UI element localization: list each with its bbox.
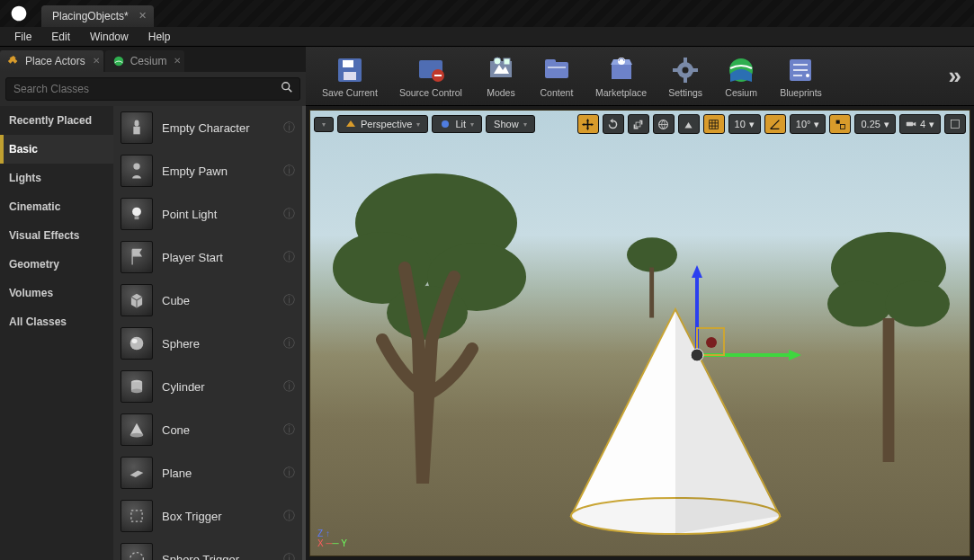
- svg-rect-50: [883, 318, 895, 462]
- info-icon[interactable]: ⓘ: [283, 422, 295, 438]
- translate-mode-button[interactable]: [577, 114, 599, 134]
- actor-sphere[interactable]: Sphereⓘ: [113, 322, 302, 365]
- toolbar-market-button[interactable]: Marketplace: [586, 51, 656, 102]
- info-icon[interactable]: ⓘ: [283, 120, 295, 136]
- toolbar-source-button[interactable]: Source Control: [390, 51, 471, 102]
- titlebar: PlacingObjects* ✕: [0, 0, 974, 27]
- info-icon[interactable]: ⓘ: [283, 378, 295, 395]
- info-icon[interactable]: ⓘ: [283, 465, 295, 481]
- toolbar-modes-button[interactable]: Modes: [475, 51, 527, 102]
- unreal-logo-icon: [5, 0, 32, 27]
- info-icon[interactable]: ⓘ: [283, 292, 295, 308]
- info-icon[interactable]: ⓘ: [283, 163, 295, 179]
- category-volumes[interactable]: Volumes: [0, 279, 113, 307]
- svg-rect-37: [693, 68, 698, 72]
- category-recently-placed[interactable]: Recently Placed: [0, 106, 113, 135]
- angle-snap-toggle[interactable]: [764, 114, 786, 134]
- actor-cone[interactable]: Coneⓘ: [113, 408, 302, 451]
- svg-point-9: [132, 339, 138, 343]
- grid-snap-toggle[interactable]: [703, 114, 725, 134]
- menu-window[interactable]: Window: [81, 28, 138, 46]
- flag-icon: [121, 241, 153, 273]
- close-icon[interactable]: ✕: [93, 56, 100, 66]
- toolbar-label: Blueprints: [780, 87, 822, 98]
- close-icon[interactable]: ✕: [139, 10, 147, 22]
- actor-cube[interactable]: Cubeⓘ: [113, 279, 302, 322]
- menu-help[interactable]: Help: [139, 28, 180, 46]
- info-icon[interactable]: ⓘ: [283, 206, 295, 222]
- chip-label: Show: [494, 119, 519, 129]
- tab-cesium[interactable]: Cesium ✕: [105, 50, 185, 72]
- scale-snap-toggle[interactable]: [829, 114, 851, 134]
- svg-rect-67: [907, 122, 914, 127]
- search-icon[interactable]: [281, 81, 293, 96]
- character-icon: [121, 111, 153, 144]
- actor-label: Player Start: [162, 251, 274, 264]
- category-basic[interactable]: Basic: [0, 135, 113, 164]
- surface-snap-button[interactable]: [678, 114, 700, 134]
- camera-speed[interactable]: 4▾: [899, 114, 941, 134]
- actor-plane[interactable]: Planeⓘ: [113, 451, 302, 494]
- svg-rect-16: [131, 511, 142, 521]
- svg-point-48: [827, 280, 892, 326]
- svg-marker-57: [789, 350, 801, 360]
- category-cinematic[interactable]: Cinematic: [0, 192, 113, 221]
- lit-dropdown[interactable]: Lit▾: [432, 115, 482, 133]
- svg-rect-20: [344, 72, 356, 80]
- tab-label: Place Actors: [25, 55, 85, 67]
- toolbar-blueprints-button[interactable]: Blueprints: [771, 51, 831, 102]
- search-input[interactable]: [5, 77, 300, 101]
- actor-player-start[interactable]: Player Startⓘ: [113, 236, 302, 279]
- actor-label: Cube: [162, 294, 274, 307]
- perspective-dropdown[interactable]: Perspective▾: [337, 115, 428, 133]
- spheretrigger-icon: [121, 543, 153, 560]
- actor-box-trigger[interactable]: Box Triggerⓘ: [113, 494, 302, 538]
- show-dropdown[interactable]: Show▾: [486, 115, 535, 133]
- info-icon[interactable]: ⓘ: [283, 551, 295, 560]
- svg-point-60: [706, 337, 717, 348]
- place-actors-panel: Place Actors ✕ Cesium ✕ Recently PlacedB…: [0, 47, 306, 560]
- category-geometry[interactable]: Geometry: [0, 250, 113, 279]
- svg-marker-15: [130, 471, 144, 477]
- info-icon[interactable]: ⓘ: [283, 335, 295, 351]
- rotate-mode-button[interactable]: [603, 114, 624, 134]
- toolbar-settings-button[interactable]: Settings: [659, 51, 711, 102]
- toolbar-label: Cesium: [725, 87, 757, 98]
- toolbar-label: Modes: [487, 87, 515, 98]
- viewport[interactable]: Z ↑ X ── Y ▾ Perspective▾ Lit▾ Show▾: [309, 110, 970, 556]
- actor-empty-pawn[interactable]: Empty Pawnⓘ: [113, 149, 302, 192]
- transform-gizmo[interactable]: [679, 265, 805, 376]
- angle-snap-value[interactable]: 10°▾: [790, 114, 827, 134]
- maximize-viewport-button[interactable]: [944, 114, 966, 134]
- toolbar-overflow-icon[interactable]: »: [943, 62, 967, 90]
- actor-empty-character[interactable]: Empty Characterⓘ: [113, 106, 302, 149]
- menu-edit[interactable]: Edit: [42, 28, 79, 46]
- menu-file[interactable]: File: [5, 28, 40, 46]
- svg-point-12: [131, 388, 142, 393]
- svg-rect-69: [952, 120, 960, 129]
- project-title-tab[interactable]: PlacingObjects* ✕: [41, 5, 154, 27]
- svg-rect-63: [636, 122, 640, 127]
- scale-mode-button[interactable]: [628, 114, 649, 134]
- actor-sphere-trigger[interactable]: Sphere Triggerⓘ: [113, 538, 302, 560]
- category-lights[interactable]: Lights: [0, 164, 113, 192]
- tab-place-actors[interactable]: Place Actors ✕: [0, 50, 103, 72]
- toolbar-cesium-button[interactable]: Cesium: [715, 51, 767, 102]
- info-icon[interactable]: ⓘ: [283, 508, 295, 524]
- scale-snap-value[interactable]: 0.25▾: [854, 114, 895, 134]
- actor-cylinder[interactable]: Cylinderⓘ: [113, 365, 302, 408]
- panel-tabs: Place Actors ✕ Cesium ✕: [0, 47, 306, 72]
- toolbar-save-button[interactable]: Save Current: [313, 51, 387, 102]
- actor-point-light[interactable]: Point Lightⓘ: [113, 192, 302, 236]
- close-icon[interactable]: ✕: [174, 56, 181, 66]
- coord-space-button[interactable]: [653, 114, 675, 134]
- plane-icon: [121, 457, 153, 489]
- category-visual-effects[interactable]: Visual Effects: [0, 221, 113, 250]
- info-icon[interactable]: ⓘ: [283, 249, 295, 265]
- toolbar-content-button[interactable]: Content: [531, 51, 583, 102]
- category-all-classes[interactable]: All Classes: [0, 307, 113, 336]
- svg-point-44: [387, 286, 468, 340]
- viewport-options-button[interactable]: ▾: [314, 117, 334, 132]
- cesium-icon: [726, 55, 756, 85]
- grid-snap-value[interactable]: 10▾: [728, 114, 761, 134]
